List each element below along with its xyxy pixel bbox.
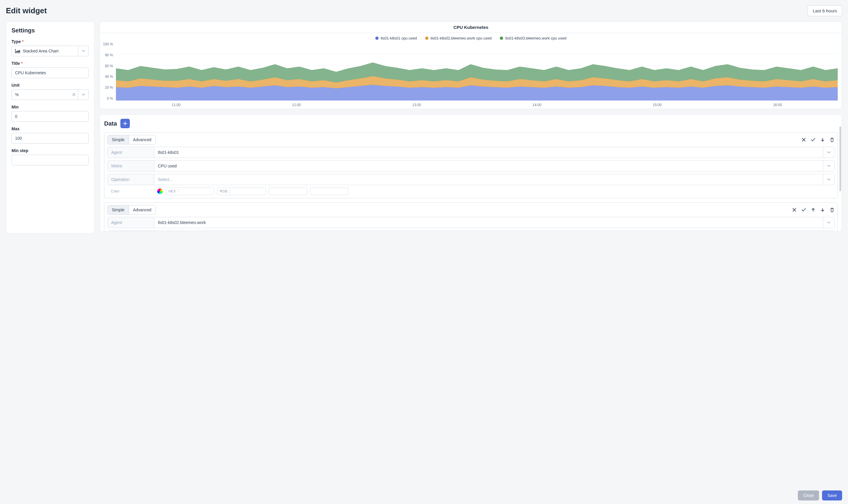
chevron-down-icon	[823, 174, 834, 185]
legend-item[interactable]: tls01-k8s01 cpu used	[375, 36, 417, 40]
metric-field[interactable]: Metric CPU used	[107, 231, 834, 232]
legend-item[interactable]: tls01-k8s02.bleemeo.work cpu used	[425, 36, 491, 40]
chevron-down-icon	[823, 161, 834, 171]
time-range-button[interactable]: Last 6 hours	[808, 5, 842, 16]
metric-label: Metric	[108, 161, 154, 171]
unit-select[interactable]: %	[12, 89, 89, 100]
operation-label: Operation	[108, 174, 154, 185]
legend-item[interactable]: tls01-k8s03.bleemeo.work cpu used	[500, 36, 566, 40]
title-label: Title *	[12, 61, 89, 66]
chart-legend: tls01-k8s01 cpu usedtls01-k8s02.bleemeo.…	[100, 33, 842, 41]
page-title: Edit widget	[6, 6, 47, 15]
metric-label: Metric	[108, 231, 154, 232]
x-axis-labels: 11:0012:0013:0014:0015:0016:00	[116, 103, 838, 107]
settings-panel: Settings Type * Stacked Area Chart	[6, 21, 94, 234]
data-heading: Data	[104, 120, 117, 127]
type-label: Type *	[12, 39, 89, 44]
minstep-label: Min step	[12, 148, 89, 153]
settings-heading: Settings	[12, 27, 89, 34]
simple-tab[interactable]: Simple	[108, 205, 129, 214]
mode-toggle: Simple Advanced	[107, 205, 156, 215]
confirm-series-icon[interactable]	[811, 137, 816, 142]
operation-value: Select...	[154, 174, 823, 185]
clear-unit-icon[interactable]	[70, 92, 78, 97]
title-input[interactable]	[12, 68, 89, 78]
legend-label: tls01-k8s03.bleemeo.work cpu used	[505, 36, 566, 40]
legend-dot	[500, 37, 503, 40]
legend-label: tls01-k8s01 cpu used	[381, 36, 417, 40]
legend-dot	[375, 37, 379, 40]
delete-series-icon[interactable]	[830, 208, 834, 212]
rgb-extra-2[interactable]	[310, 187, 348, 195]
agent-field[interactable]: Agent tls01-k8s02.bleemeo.work	[107, 217, 834, 228]
svg-rect-1	[15, 52, 20, 53]
stacked-area-chart	[116, 42, 838, 101]
delete-series-icon[interactable]	[830, 137, 834, 142]
move-down-icon[interactable]	[820, 137, 825, 142]
metric-field[interactable]: Metric CPU used	[107, 160, 834, 172]
series-card: Simple Advanced Agent tls01-k8s01 Metric…	[104, 132, 838, 198]
agent-value: tls01-k8s01	[154, 147, 823, 158]
scrollbar[interactable]	[840, 126, 841, 191]
move-up-icon[interactable]	[811, 208, 816, 212]
chart-panel: CPU Kubernetes tls01-k8s01 cpu usedtls01…	[100, 21, 842, 109]
color-row: Color HEX RGB	[107, 187, 834, 195]
chevron-down-icon	[78, 90, 88, 100]
plus-icon	[123, 122, 127, 126]
stacked-area-icon	[15, 49, 20, 53]
agent-field[interactable]: Agent tls01-k8s01	[107, 147, 834, 158]
agent-label: Agent	[108, 217, 154, 228]
max-input[interactable]	[12, 133, 89, 144]
move-down-icon[interactable]	[820, 208, 825, 212]
chevron-down-icon	[823, 231, 834, 232]
confirm-series-icon[interactable]	[801, 208, 806, 212]
rgb-input[interactable]: RGB	[217, 187, 266, 195]
unit-label: Unit	[12, 83, 89, 88]
svg-rect-0	[15, 49, 16, 53]
max-label: Max	[12, 126, 89, 131]
metric-value: CPU used	[154, 231, 823, 232]
color-label: Color	[107, 188, 154, 195]
color-wheel-icon[interactable]	[157, 188, 163, 194]
legend-dot	[425, 37, 429, 40]
advanced-tab[interactable]: Advanced	[129, 135, 156, 144]
chart-title: CPU Kubernetes	[100, 22, 842, 33]
add-series-button[interactable]	[120, 119, 130, 128]
simple-tab[interactable]: Simple	[108, 135, 129, 144]
type-select[interactable]: Stacked Area Chart	[12, 46, 89, 56]
operation-field[interactable]: Operation Select...	[107, 174, 834, 185]
y-axis-labels: 100 %80 %60 %40 %20 %0 %	[100, 42, 115, 101]
chevron-down-icon	[823, 147, 834, 158]
series-card: Simple Advanced Agent tls01-k8s02.bleeme…	[104, 202, 838, 232]
chevron-down-icon	[823, 217, 834, 228]
agent-value: tls01-k8s02.bleemeo.work	[154, 217, 823, 228]
chevron-down-icon	[78, 46, 88, 56]
remove-series-icon[interactable]	[792, 208, 797, 212]
min-input[interactable]	[12, 111, 89, 122]
mode-toggle: Simple Advanced	[107, 135, 156, 144]
metric-value: CPU used	[154, 161, 823, 171]
legend-label: tls01-k8s02.bleemeo.work cpu used	[431, 36, 491, 40]
remove-series-icon[interactable]	[801, 137, 806, 142]
advanced-tab[interactable]: Advanced	[129, 205, 156, 214]
min-label: Min	[12, 105, 89, 109]
minstep-input[interactable]	[12, 155, 89, 165]
data-panel: Data Simple Advanced Agent t	[100, 114, 842, 232]
rgb-extra-1[interactable]	[269, 187, 307, 195]
agent-label: Agent	[108, 147, 154, 158]
hex-input[interactable]: HEX	[166, 187, 214, 195]
